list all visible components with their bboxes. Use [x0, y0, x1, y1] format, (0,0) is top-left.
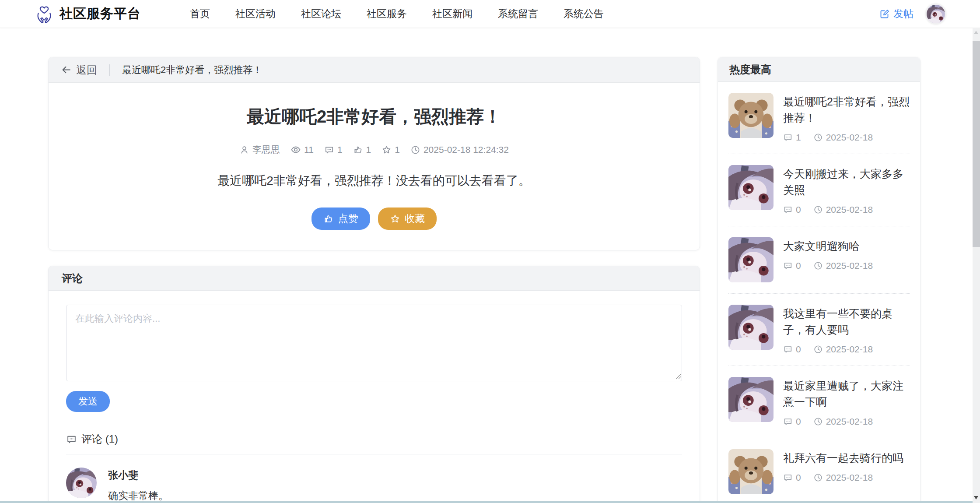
- hot-post-item[interactable]: 最近哪吒2非常好看，强烈推荐！ 1 2025-02-18: [728, 82, 910, 154]
- hot-post-item[interactable]: 最近家里遭贼了，大家注意一下啊 0 2025-02-18: [728, 366, 910, 438]
- nav-item-services[interactable]: 社区服务: [367, 7, 407, 21]
- post-datetime: 2025-02-18 12:24:32: [410, 144, 509, 155]
- nav-item-announcements[interactable]: 系统公告: [564, 7, 604, 21]
- hot-posts-title: 热度最高: [718, 57, 920, 82]
- anime-girl-thumbnail: [728, 377, 774, 422]
- clock-icon: [813, 133, 823, 142]
- thumb-up-icon: [323, 214, 334, 224]
- nav-item-forum[interactable]: 社区论坛: [301, 7, 341, 21]
- post-title: 最近哪吒2非常好看，强烈推荐！: [75, 105, 673, 129]
- main-content: 返回 最近哪吒2非常好看，强烈推荐！ 最近哪吒2非常好看，强烈推荐！ 李思思 1…: [48, 57, 700, 503]
- hands-heart-logo-icon: [34, 4, 54, 24]
- post-like-count: 1: [353, 144, 371, 155]
- comment-icon: [783, 473, 793, 482]
- hot-post-item[interactable]: 今天刚搬过来，大家多多关照 0 2025-02-18: [728, 154, 910, 226]
- hot-posts-sidebar: 热度最高 最近哪吒2非常好看，强烈推荐！ 1 2025-02-18 今天刚搬过来…: [718, 57, 920, 503]
- nav-item-messages[interactable]: 系统留言: [498, 7, 538, 21]
- hot-post-title: 最近家里遭贼了，大家注意一下啊: [783, 378, 910, 410]
- clock-icon: [813, 473, 823, 482]
- comment-icon: [783, 133, 793, 142]
- anime-girl-thumbnail: [728, 237, 774, 282]
- hot-post-title: 礼拜六有一起去骑行的吗: [783, 450, 910, 466]
- eye-icon: [290, 144, 301, 155]
- comment-icon: [783, 417, 793, 426]
- post-author: 李思思: [239, 144, 280, 156]
- comment-card: 评论 发送 评论 (1) 张小斐 确实非常棒。: [48, 266, 700, 503]
- star-icon: [390, 214, 400, 224]
- hot-post-title: 最近哪吒2非常好看，强烈推荐！: [783, 94, 910, 126]
- comment-body: 发送 评论 (1) 张小斐 确实非常棒。 2025-02-18 17:27:53: [49, 291, 700, 503]
- new-post-button[interactable]: 发帖: [879, 7, 914, 21]
- nav-item-news[interactable]: 社区新闻: [432, 7, 472, 21]
- comment-icon: [324, 145, 334, 155]
- post-meta: 李思思 11 1 1 1: [75, 144, 673, 156]
- thumb-up-icon: [353, 145, 363, 155]
- hot-post-item[interactable]: 礼拜六有一起去骑行的吗 0 2025-02-18: [728, 438, 910, 503]
- scrollbar-up-arrow[interactable]: [974, 31, 978, 34]
- clock-icon: [813, 205, 823, 215]
- comment-icon: [66, 434, 77, 445]
- header-divider: [109, 64, 110, 76]
- comment-content: 确实非常棒。: [108, 489, 682, 503]
- hot-post-item[interactable]: 大家文明遛狗哈 0 2025-02-18: [728, 226, 910, 294]
- post-card: 返回 最近哪吒2非常好看，强烈推荐！ 最近哪吒2非常好看，强烈推荐！ 李思思 1…: [48, 57, 700, 250]
- back-label: 返回: [76, 63, 97, 77]
- like-button[interactable]: 点赞: [312, 208, 370, 230]
- arrow-left-icon: [61, 64, 72, 75]
- post-content: 最近哪吒2非常好看，强烈推荐！没去看的可以去看看了。: [75, 172, 673, 189]
- brand[interactable]: 社区服务平台: [34, 4, 141, 24]
- comment-count-header: 评论 (1): [66, 432, 682, 446]
- teddy-bear-thumbnail: [728, 93, 774, 138]
- nav-item-home[interactable]: 首页: [190, 7, 210, 21]
- post-favorite-count: 1: [382, 144, 400, 155]
- post-comment-count: 1: [324, 144, 343, 155]
- bottom-edge-line: [0, 501, 980, 503]
- hot-post-title: 大家文明遛狗哈: [783, 238, 910, 254]
- hot-post-title: 我这里有一些不要的桌子，有人要吗: [783, 306, 910, 338]
- nav-item-activities[interactable]: 社区活动: [235, 7, 276, 21]
- favorite-button[interactable]: 收藏: [378, 208, 437, 230]
- hot-posts-card: 热度最高 最近哪吒2非常好看，强烈推荐！ 1 2025-02-18 今天刚搬过来…: [718, 57, 920, 503]
- post-actions: 点赞 收藏: [75, 208, 673, 230]
- scrollbar-down-arrow[interactable]: [974, 496, 978, 499]
- clock-icon: [813, 261, 823, 271]
- back-button[interactable]: 返回: [61, 63, 97, 77]
- post-views: 11: [290, 144, 314, 155]
- new-post-label: 发帖: [893, 7, 914, 21]
- clock-icon: [410, 145, 420, 155]
- top-navbar: 社区服务平台 首页 社区活动 社区论坛 社区服务 社区新闻 系统留言 系统公告 …: [0, 0, 980, 28]
- commenter-avatar[interactable]: [66, 468, 97, 498]
- post-body: 最近哪吒2非常好看，强烈推荐！ 李思思 11 1 1: [49, 83, 700, 250]
- post-card-header: 返回 最近哪吒2非常好看，强烈推荐！: [49, 57, 700, 83]
- hot-post-title: 今天刚搬过来，大家多多关照: [783, 166, 910, 198]
- brand-name: 社区服务平台: [60, 5, 141, 23]
- vertical-scrollbar[interactable]: [973, 28, 980, 503]
- hot-posts-list: 最近哪吒2非常好看，强烈推荐！ 1 2025-02-18 今天刚搬过来，大家多多…: [718, 82, 920, 503]
- comment-icon: [783, 261, 793, 271]
- comment-list-item: 张小斐 确实非常棒。 2025-02-18 17:27:53 回复: [66, 454, 682, 503]
- clock-icon: [813, 345, 823, 354]
- user-avatar[interactable]: [926, 4, 946, 24]
- star-icon: [382, 145, 392, 155]
- commenter-name: 张小斐: [108, 468, 682, 482]
- clock-icon: [813, 417, 823, 426]
- comment-icon: [783, 205, 793, 215]
- scrollbar-thumb[interactable]: [973, 41, 980, 247]
- comment-input[interactable]: [66, 305, 682, 381]
- teddy-bear-thumbnail: [728, 449, 774, 494]
- anime-girl-thumbnail: [728, 165, 774, 210]
- send-comment-button[interactable]: 发送: [66, 391, 110, 412]
- hot-post-item[interactable]: 我这里有一些不要的桌子，有人要吗 0 2025-02-18: [728, 294, 910, 366]
- comment-icon: [783, 345, 793, 354]
- person-icon: [239, 145, 249, 155]
- edit-icon: [879, 9, 890, 19]
- breadcrumb-title: 最近哪吒2非常好看，强烈推荐！: [122, 63, 262, 77]
- anime-girl-thumbnail: [728, 305, 774, 350]
- comment-section-title: 评论: [49, 266, 700, 291]
- main-nav: 首页 社区活动 社区论坛 社区服务 社区新闻 系统留言 系统公告: [190, 7, 604, 21]
